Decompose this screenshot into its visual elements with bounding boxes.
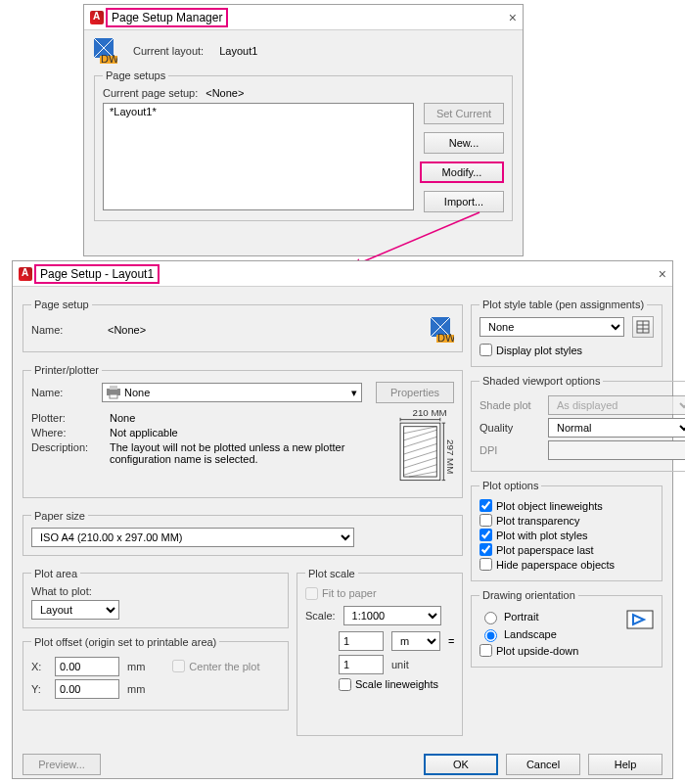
scale-a-unit-select[interactable]: mm (391, 631, 440, 651)
hide-paperspace-checkbox[interactable] (480, 558, 492, 571)
where-value: Not applicable (110, 427, 178, 438)
table-icon (636, 320, 650, 334)
quality-label: Quality (480, 422, 540, 434)
dwg-icon: DWG (431, 317, 454, 343)
scale-lineweights-checkbox[interactable] (339, 678, 351, 691)
svg-text:210 MM: 210 MM (412, 409, 446, 418)
plot-object-lineweights-checkbox[interactable] (480, 499, 492, 512)
description-label: Description: (31, 441, 102, 453)
paper-preview: 210 MM 297 MM (393, 409, 454, 489)
y-unit: mm (127, 683, 145, 695)
where-label: Where: (31, 427, 102, 438)
y-input[interactable] (55, 679, 119, 699)
printer-plotter-group: Printer/plotter Name: None ▾ Properties … (23, 364, 463, 498)
plot-upside-down-checkbox[interactable] (480, 644, 492, 657)
display-plot-styles-checkbox[interactable] (480, 344, 492, 356)
fit-to-paper-checkbox (305, 587, 318, 600)
plotter-label: Plotter: (31, 412, 102, 424)
page-setups-list[interactable]: *Layout1* (103, 103, 414, 210)
plot-transparency-checkbox[interactable] (480, 514, 492, 527)
scale-b-unit: unit (391, 659, 409, 670)
page-setups-legend: Page setups (103, 69, 168, 81)
close-icon[interactable]: × (509, 10, 517, 25)
quality-select[interactable]: Normal (548, 418, 685, 438)
plot-upside-down-label: Plot upside-down (496, 645, 578, 657)
svg-rect-28 (627, 611, 653, 628)
svg-text:297 MM: 297 MM (445, 439, 454, 474)
plot-style-edit-button[interactable] (632, 316, 654, 338)
dpi-input (548, 440, 685, 460)
dpi-label: DPI (480, 444, 540, 456)
x-unit: mm (127, 661, 145, 672)
center-plot-checkbox (172, 660, 185, 672)
plot-scale-group: Plot scale Fit to paper Scale: 1:1000 mm… (297, 568, 463, 736)
x-input[interactable] (55, 657, 119, 676)
set-current-button[interactable]: Set Current (424, 103, 504, 124)
preview-button[interactable]: Preview... (23, 754, 101, 775)
autocad-icon (19, 267, 32, 281)
svg-text:DWG: DWG (437, 332, 454, 343)
orientation-legend: Drawing orientation (480, 589, 578, 601)
what-to-plot-select[interactable]: Layout (31, 600, 119, 620)
printer-name-select[interactable]: None ▾ (102, 383, 362, 402)
paper-size-select[interactable]: ISO A4 (210.00 x 297.00 MM) (31, 528, 354, 547)
autocad-icon (90, 11, 104, 24)
shaded-viewport-group: Shaded viewport options Shade plotAs dis… (471, 375, 685, 472)
svg-rect-8 (110, 386, 117, 390)
orientation-icon (626, 607, 654, 632)
portrait-label: Portrait (504, 611, 538, 623)
plot-scale-legend: Plot scale (305, 568, 358, 579)
svo-legend: Shaded viewport options (480, 375, 603, 387)
page-setup-name: <None> (108, 324, 146, 336)
current-page-setup-label: Current page setup: (103, 87, 198, 99)
plot-area-legend: Plot area (31, 568, 80, 579)
list-item[interactable]: *Layout1* (104, 104, 413, 119)
chevron-down-icon: ▾ (347, 387, 361, 399)
scale-select[interactable]: 1:1000 (343, 606, 441, 625)
plot-area-group: Plot area What to plot: Layout (23, 568, 289, 628)
drawing-orientation-group: Drawing orientation Portrait Landscape P… (471, 589, 662, 668)
scale-a-input[interactable] (339, 631, 384, 651)
svg-rect-9 (110, 394, 117, 398)
page-setup-group: Page setup Name: <None> DWG (23, 299, 463, 352)
svg-text:DWG: DWG (101, 53, 117, 64)
new-button[interactable]: New... (424, 132, 504, 154)
page-setup-dialog: Page Setup - Layout1 × Page setup Name: … (12, 260, 673, 779)
current-layout-label: Current layout: (133, 45, 204, 57)
plot-options-legend: Plot options (480, 480, 541, 491)
plot-options-group: Plot options Plot object lineweights Plo… (471, 480, 662, 581)
current-layout-value: Layout1 (219, 45, 257, 57)
plot-style-select[interactable]: None (480, 317, 624, 337)
printer-legend: Printer/plotter (31, 364, 102, 376)
y-label: Y: (31, 683, 47, 695)
plot-style-table-group: Plot style table (pen assignments) None … (471, 299, 662, 367)
dialog-title: Page Setup - Layout1 (34, 264, 160, 284)
plotter-value: None (110, 412, 135, 424)
printer-name-value: None (124, 387, 150, 398)
plot-transparency-label: Plot transparency (496, 515, 580, 527)
help-button[interactable]: Help (588, 754, 662, 775)
modify-button[interactable]: Modify... (420, 161, 504, 183)
name-label: Name: (31, 324, 100, 336)
titlebar: Page Setup - Layout1 × (13, 261, 672, 287)
what-to-plot-label: What to plot: (31, 585, 280, 597)
plot-paperspace-last-checkbox[interactable] (480, 543, 492, 556)
ok-button[interactable]: OK (424, 754, 498, 775)
plot-with-plot-styles-checkbox[interactable] (480, 529, 492, 541)
plot-object-lineweights-label: Plot object lineweights (496, 500, 603, 512)
close-icon[interactable]: × (659, 266, 666, 282)
import-button[interactable]: Import... (424, 191, 504, 212)
scale-b-input[interactable] (339, 655, 384, 674)
equals-label: = (448, 635, 454, 647)
page-setups-group: Page setups Current page setup: <None> *… (94, 69, 513, 221)
shade-plot-select: As displayed (548, 395, 685, 415)
plot-with-plot-styles-label: Plot with plot styles (496, 530, 588, 541)
properties-button[interactable]: Properties (376, 382, 454, 403)
portrait-radio[interactable] (484, 612, 497, 624)
center-plot-label: Center the plot (189, 661, 259, 672)
cancel-button[interactable]: Cancel (506, 754, 580, 775)
printer-icon (106, 386, 121, 399)
page-setup-legend: Page setup (31, 299, 92, 310)
landscape-radio[interactable] (484, 629, 497, 642)
display-plot-styles-label: Display plot styles (496, 345, 582, 356)
